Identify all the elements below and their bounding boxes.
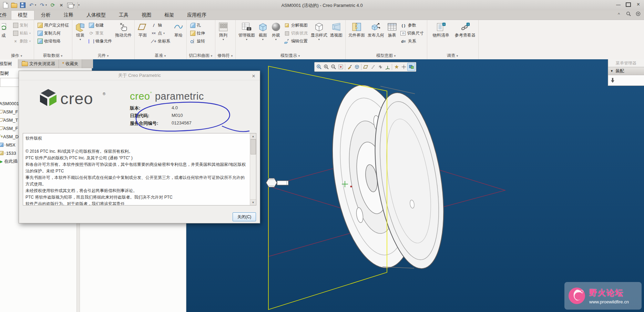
mirror-component-button[interactable]: 镜像元件 (87, 37, 113, 45)
reference-viewer-button[interactable]: i 参考查看器 (454, 21, 477, 38)
maximize-button[interactable] (623, 0, 633, 9)
window-menu-arrow[interactable]: ▾ (73, 3, 76, 7)
parameters-button[interactable]: ( ) 参数 (399, 21, 425, 29)
group-label-model-intent[interactable]: 模型意图▼ (346, 53, 427, 59)
copy-button[interactable]: 复制 (11, 21, 32, 29)
tab-manikin[interactable]: 人体模型 (80, 10, 112, 20)
dialog-close-button[interactable]: 关闭(C) (233, 212, 256, 221)
relations-button[interactable]: d= 关系 (399, 37, 425, 45)
manage-views-button[interactable]: 管理视图 ▾ (237, 21, 256, 41)
family-table-button[interactable]: 族表 (386, 21, 398, 38)
group-label-datum[interactable]: 基准▼ (135, 53, 186, 59)
window-switch-button[interactable] (66, 1, 74, 9)
shrinkwrap-button[interactable]: 收缩包络 (36, 37, 70, 45)
close-window-button[interactable]: × (57, 1, 65, 9)
udf-button[interactable]: 用户定义特征 (36, 21, 70, 29)
tab-analysis[interactable]: 分析 (34, 10, 57, 20)
tab-view[interactable]: 视图 (135, 10, 158, 20)
close-button[interactable]: × (633, 0, 643, 9)
group-label-investigate[interactable]: 调查▼ (427, 53, 478, 59)
toggle-status-button[interactable]: 切换状况 (283, 29, 309, 37)
new-file-button[interactable] (1, 1, 10, 9)
dialog-titlebar[interactable]: 关于 Creo Parametric × (19, 71, 260, 80)
refit-icon[interactable] (337, 63, 344, 71)
annotation-display-icon[interactable] (393, 63, 400, 71)
publish-geometry-button[interactable]: 发布几何 (367, 21, 385, 38)
group-label-modifiers[interactable]: 修饰符▼ (215, 53, 235, 59)
display-style-button[interactable]: 显示样式 ▾ (310, 21, 328, 41)
scroll-up-icon[interactable]: ▲ (250, 133, 256, 139)
edit-position-button[interactable]: 编辑位置 (283, 37, 309, 45)
group-label-operations[interactable]: 操作▼ (0, 53, 34, 59)
saved-orientations-icon[interactable] (407, 63, 415, 71)
switch-dimensions-button[interactable]: 15 切换尺寸 (399, 29, 425, 37)
regenerate-button[interactable]: ⟳ (49, 1, 57, 9)
search-icon[interactable] (625, 11, 632, 17)
group-label-get-data[interactable]: 获取数据▼ (34, 53, 72, 59)
regenerate-big-button[interactable]: 生成 (2, 21, 11, 38)
done-arrow-icon[interactable] (611, 78, 614, 83)
save-button[interactable] (19, 1, 27, 9)
minimize-ribbon-icon[interactable]: ^ (616, 12, 622, 17)
group-label-cut-surface[interactable]: 切口和曲面▼ (187, 53, 215, 59)
datum-point-display-icon[interactable] (377, 63, 384, 71)
tree-scrollbar[interactable] (76, 222, 80, 312)
display-style-icon[interactable] (353, 63, 360, 71)
revolve-button[interactable]: 旋转 (188, 37, 206, 45)
drag-components-button[interactable]: 拖动元件 (114, 21, 133, 38)
zoom-in-icon[interactable] (323, 63, 330, 71)
sections-button[interactable]: 截面 ▾ (257, 21, 269, 41)
point-button[interactable]: ×× 点 ▾ (150, 29, 172, 37)
tab-framework[interactable]: 框架 (158, 10, 181, 20)
datum-axis-display-icon[interactable] (369, 63, 377, 71)
repaint-icon[interactable] (346, 63, 353, 71)
sketch-button[interactable]: 草绘 (172, 21, 185, 38)
paste-button[interactable]: 粘贴 ▾ (11, 29, 32, 37)
tab-model[interactable]: 模型 (11, 10, 34, 20)
zoom-selection-icon[interactable] (315, 63, 323, 71)
copy-geometry-button[interactable]: 复制几何 (36, 29, 70, 37)
watermark-url[interactable]: www.proewildfire.cn (589, 299, 629, 304)
tab-favorites[interactable]: * 收藏夹 (59, 59, 82, 68)
scrollbar-thumb[interactable] (251, 139, 256, 154)
minimize-button[interactable]: — (613, 0, 623, 9)
tab-annotate[interactable]: 注释 (57, 10, 80, 20)
component-interface-button[interactable]: 元件界面 (347, 21, 366, 38)
group-label-model-display[interactable]: 模型显示▼ (236, 53, 345, 59)
license-scrollbar[interactable]: ▲ ▼ (250, 133, 256, 205)
create-component-button[interactable]: 创建 (87, 21, 113, 29)
redo-button[interactable]: ↷ (38, 1, 46, 9)
perspective-button[interactable]: 透视图 (329, 21, 344, 38)
zoom-out-icon[interactable] (330, 63, 337, 71)
tab-file[interactable]: 文件 (0, 10, 11, 20)
bill-of-materials-button[interactable]: i 物料清单 (429, 21, 453, 38)
csys-display-icon[interactable] (384, 63, 391, 71)
open-file-button[interactable] (10, 1, 18, 9)
assemble-button[interactable]: 组装 ▾ (74, 21, 86, 41)
plane-button[interactable]: 平面 (136, 21, 149, 38)
dialog-close-icon[interactable]: × (250, 72, 257, 81)
options-icon[interactable] (635, 11, 641, 17)
datum-plane-display-icon[interactable] (362, 63, 369, 71)
redo-menu-arrow[interactable]: ▾ (45, 3, 48, 7)
spin-center-icon[interactable] (400, 63, 407, 71)
pulley-model[interactable] (320, 79, 454, 274)
scroll-down-icon[interactable]: ▼ (250, 199, 256, 205)
tab-model-tree[interactable]: 模型树 (0, 59, 18, 68)
customize-qat-arrow[interactable]: ▾ (78, 3, 81, 7)
license-text-box[interactable]: 软件版权 © 2016 PTC Inc. 和/或其子公司版权所有。保留所有权利。… (23, 133, 256, 205)
undo-menu-arrow[interactable]: ▾ (35, 3, 38, 7)
appearance-button[interactable]: 外观 ▾ (270, 21, 282, 41)
exploded-view-button[interactable]: 分解视图 (283, 21, 309, 29)
extrude-button[interactable]: 拉伸 (188, 29, 206, 37)
tab-folder-browser[interactable]: 文件夹浏览器 (18, 59, 59, 68)
menu-manager-item-assembly[interactable]: ▼ 装配 (608, 67, 644, 75)
undo-button[interactable]: ↶ (27, 1, 35, 9)
repeat-button[interactable]: ⟳ 重复 (87, 29, 113, 37)
tab-tools[interactable]: 工具 (112, 10, 135, 20)
csys-button[interactable]: ⟋+ 坐标系 (150, 37, 172, 45)
group-label-component[interactable]: 元件▼ (72, 53, 134, 59)
pattern-button[interactable]: 阵列 ▾ (217, 21, 229, 41)
bolt-model[interactable] (266, 178, 288, 187)
delete-button[interactable]: × 删除 ▾ (11, 37, 32, 45)
